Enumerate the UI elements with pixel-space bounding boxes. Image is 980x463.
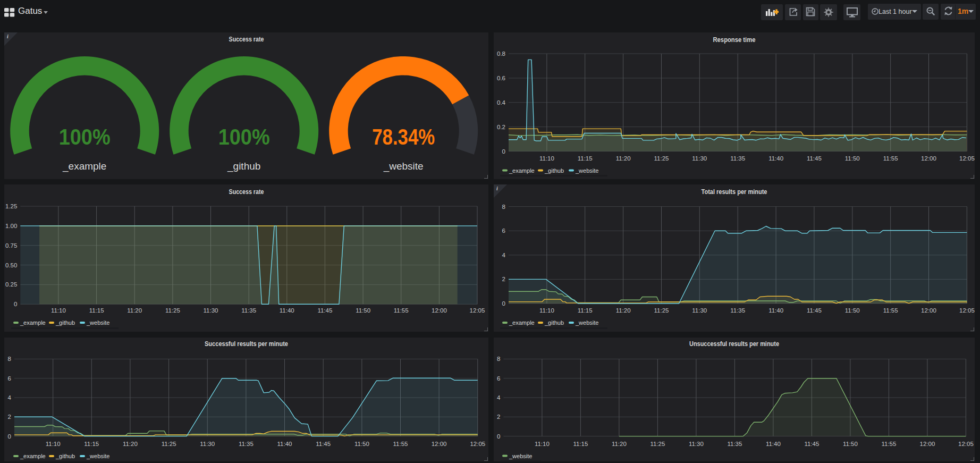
svg-text:0.4: 0.4 [497,99,506,106]
svg-text:11:15: 11:15 [89,307,104,314]
svg-text:_github: _github [55,453,75,459]
svg-text:_github: _github [544,167,564,174]
svg-text:0.8: 0.8 [497,50,505,57]
svg-text:0.6: 0.6 [497,75,505,81]
svg-text:11:40: 11:40 [766,441,781,447]
svg-text:12:05: 12:05 [959,307,975,314]
svg-text:_website: _website [86,319,109,326]
svg-text:11:45: 11:45 [804,441,819,447]
svg-text:Success rate: Success rate [229,35,264,43]
svg-text:4: 4 [8,394,12,401]
svg-text:11:50: 11:50 [354,441,369,447]
svg-text:12:00: 12:00 [921,307,936,314]
svg-text:11:45: 11:45 [316,441,331,447]
svg-text:11:40: 11:40 [768,155,783,162]
svg-text:6: 6 [8,375,11,382]
svg-text:11:25: 11:25 [162,441,176,447]
svg-text:11:35: 11:35 [730,307,745,314]
svg-text:12:00: 12:00 [920,441,935,447]
svg-text:_example: _example [20,319,46,326]
svg-text:11:55: 11:55 [883,307,898,314]
svg-text:12:00: 12:00 [432,441,447,447]
svg-text:11:35: 11:35 [727,441,742,447]
svg-text:2: 2 [502,276,505,282]
svg-text:11:30: 11:30 [200,441,215,447]
svg-text:11:20: 11:20 [612,441,627,447]
svg-text:_example: _example [62,161,106,172]
svg-text:11:25: 11:25 [654,155,669,162]
svg-text:Total results per minute: Total results per minute [702,188,767,196]
svg-text:11:45: 11:45 [807,307,822,314]
svg-text:_github: _github [544,319,564,326]
svg-text:11:25: 11:25 [654,307,669,314]
svg-text:11:35: 11:35 [241,307,256,314]
svg-text:11:15: 11:15 [573,441,588,447]
svg-text:2: 2 [497,414,500,420]
svg-text:11:30: 11:30 [692,307,707,314]
svg-text:Response time: Response time [713,36,756,44]
svg-text:11:20: 11:20 [616,307,631,314]
svg-text:Successful results per minute: Successful results per minute [205,340,288,348]
svg-text:12:05: 12:05 [470,307,485,314]
svg-text:11:25: 11:25 [650,441,665,447]
svg-text:11:30: 11:30 [692,155,707,162]
svg-text:11:55: 11:55 [394,307,409,314]
svg-text:11:30: 11:30 [689,441,704,447]
svg-text:11:20: 11:20 [123,441,138,447]
svg-text:12:05: 12:05 [958,441,974,447]
svg-text:8: 8 [8,356,11,362]
svg-text:11:15: 11:15 [84,441,99,447]
svg-text:12:05: 12:05 [959,155,975,162]
svg-text:_website: _website [575,319,598,326]
svg-text:11:20: 11:20 [616,155,631,162]
svg-text:11:10: 11:10 [539,155,554,162]
svg-text:0: 0 [8,433,11,440]
svg-text:100%: 100% [59,124,111,149]
svg-text:_example: _example [509,167,535,174]
svg-text:0: 0 [14,301,17,307]
svg-text:11:30: 11:30 [204,307,218,314]
svg-text:11:10: 11:10 [46,441,61,447]
svg-text:_github: _github [55,319,75,326]
svg-text:12:05: 12:05 [470,441,485,447]
svg-text:100%: 100% [218,124,270,149]
svg-text:12:00: 12:00 [921,155,936,162]
svg-text:11:40: 11:40 [768,307,783,314]
svg-text:11:50: 11:50 [845,155,860,162]
svg-text:12:00: 12:00 [432,307,447,314]
svg-text:8: 8 [502,204,505,210]
svg-text:Unsuccessful results per minut: Unsuccessful results per minute [689,340,779,348]
svg-text:_example: _example [509,319,535,326]
svg-text:11:40: 11:40 [280,307,294,314]
svg-text:_website: _website [86,453,109,459]
svg-text:11:10: 11:10 [539,307,554,314]
svg-text:11:55: 11:55 [393,441,408,447]
svg-text:11:15: 11:15 [578,307,593,314]
svg-text:11:20: 11:20 [127,307,142,314]
svg-text:0.2: 0.2 [497,124,505,130]
svg-text:4: 4 [497,394,501,401]
svg-text:11:55: 11:55 [883,155,898,162]
svg-text:11:45: 11:45 [317,307,332,314]
svg-text:11:50: 11:50 [845,307,860,314]
svg-text:78.34%: 78.34% [372,124,435,149]
svg-text:8: 8 [497,356,500,362]
svg-text:1.25: 1.25 [5,203,17,209]
svg-text:_website: _website [575,167,598,174]
svg-text:11:40: 11:40 [277,441,292,447]
svg-text:1.00: 1.00 [5,223,17,229]
svg-text:_website: _website [383,161,424,172]
svg-text:Success rate: Success rate [229,188,264,196]
svg-text:0: 0 [502,148,505,155]
svg-text:11:35: 11:35 [730,155,745,162]
svg-text:11:55: 11:55 [881,441,896,447]
svg-text:4: 4 [502,252,506,258]
svg-text:_example: _example [20,453,46,459]
svg-text:11:15: 11:15 [578,155,593,162]
svg-text:0.75: 0.75 [5,242,17,249]
svg-text:11:50: 11:50 [843,441,858,447]
svg-text:2: 2 [8,414,11,420]
svg-text:0: 0 [497,433,500,440]
svg-text:_github: _github [227,161,260,172]
svg-text:11:25: 11:25 [165,307,180,314]
